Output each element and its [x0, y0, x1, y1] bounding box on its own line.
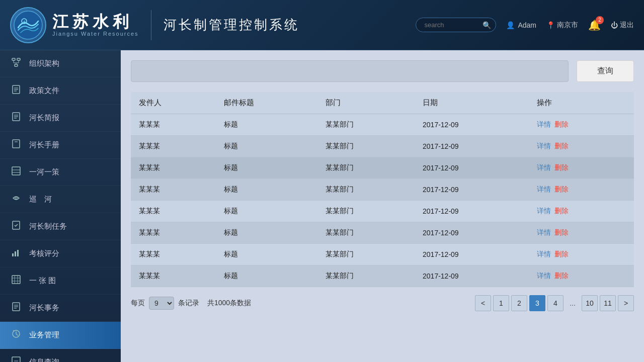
- logo-text: 江苏水利 Jiangsu Water Resources: [52, 13, 139, 37]
- sidebar-item-map[interactable]: 一 张 图: [0, 267, 121, 295]
- sidebar-item-org[interactable]: 组织架构: [0, 50, 121, 77]
- svg-rect-20: [12, 167, 20, 175]
- detail-link[interactable]: 详情: [537, 228, 551, 236]
- cell-title: 标题: [216, 265, 317, 287]
- query-button[interactable]: 查询: [577, 60, 634, 82]
- page-btn-4[interactable]: 4: [547, 295, 564, 311]
- table-row: 某某某标题某某部门2017-12-09详情 删除: [131, 265, 634, 287]
- cell-date: 2017-12-09: [415, 157, 529, 179]
- cell-action: 详情 删除: [529, 157, 634, 179]
- cell-dept: 某某部门: [317, 157, 415, 179]
- sidebar-item-task[interactable]: 河长制任务: [0, 213, 121, 240]
- location-info[interactable]: 📍 南京市: [546, 21, 578, 30]
- svg-rect-18: [13, 140, 20, 148]
- pagination-controls: <1234...1011>: [475, 295, 634, 311]
- logout-button[interactable]: ⏻ 退出: [611, 21, 634, 30]
- cell-sender: 某某某: [131, 114, 216, 136]
- cell-title: 标题: [216, 244, 317, 265]
- sidebar-label-one-river: 一河一策: [29, 167, 59, 177]
- svg-rect-26: [15, 251, 16, 256]
- table-col-日期: 日期: [415, 92, 529, 114]
- cell-action: 详情 删除: [529, 114, 634, 136]
- delete-link[interactable]: 删除: [554, 250, 569, 258]
- detail-link[interactable]: 详情: [537, 142, 551, 150]
- detail-link[interactable]: 详情: [537, 120, 551, 128]
- cell-action: 详情 删除: [529, 222, 634, 244]
- detail-link[interactable]: 详情: [537, 185, 551, 193]
- sidebar-label-policy: 政策文件: [29, 86, 59, 96]
- detail-link[interactable]: 详情: [537, 207, 551, 215]
- page-btn-2[interactable]: 2: [511, 295, 527, 311]
- cell-title: 标题: [216, 222, 317, 244]
- sidebar-item-affairs[interactable]: 河长事务: [0, 295, 121, 322]
- page-btn-1[interactable]: 1: [493, 295, 509, 311]
- content-area: 查询 发件人邮件标题部门日期操作 某某某标题某某部门2017-12-09详情 删…: [121, 50, 644, 362]
- sidebar-label-map: 一 张 图: [29, 276, 56, 286]
- header-divider: [151, 10, 151, 40]
- cell-sender: 某某某: [131, 244, 216, 265]
- table-row: 某某某标题某某部门2017-12-09详情 删除: [131, 157, 634, 179]
- per-page-label: 每页: [131, 299, 145, 308]
- sidebar-label-affairs: 河长事务: [29, 303, 59, 313]
- location-text: 南京市: [557, 21, 578, 30]
- page-btn-3[interactable]: 3: [529, 295, 545, 311]
- sidebar-icon-task: [10, 220, 22, 233]
- sidebar-item-patrol[interactable]: 巡 河: [0, 186, 121, 213]
- user-icon: 👤: [506, 21, 515, 29]
- cell-sender: 某某某: [131, 265, 216, 287]
- delete-link[interactable]: 删除: [554, 163, 569, 171]
- page-btn-10[interactable]: 10: [582, 295, 598, 311]
- sidebar-item-assess[interactable]: 考核评分: [0, 240, 121, 267]
- cell-title: 标题: [216, 114, 317, 136]
- sidebar-item-one-river[interactable]: 一河一策: [0, 159, 121, 186]
- pagination-area: 每页 92050 条记录 共1000条数据 <1234...1011>: [131, 295, 634, 311]
- page-ellipsis: ...: [566, 299, 580, 307]
- cell-action: 详情 删除: [529, 265, 634, 287]
- sidebar-item-brief[interactable]: 河长简报: [0, 105, 121, 132]
- search-icon[interactable]: 🔍: [482, 21, 491, 29]
- delete-link[interactable]: 删除: [554, 120, 569, 128]
- user-name: Adam: [518, 21, 536, 29]
- table-row: 某某某标题某某部门2017-12-09详情 删除: [131, 114, 634, 136]
- header-right: 🔍 👤 Adam 📍 南京市 🔔 2 ⏻ 退出: [416, 18, 634, 32]
- detail-link[interactable]: 详情: [537, 272, 551, 280]
- page-btn-11[interactable]: 11: [600, 295, 616, 311]
- page-next-btn[interactable]: >: [618, 295, 634, 311]
- sidebar-item-policy[interactable]: 政策文件: [0, 77, 121, 105]
- sidebar-item-info[interactable]: 信息查询: [0, 349, 121, 362]
- sidebar-label-brief: 河长简报: [29, 113, 59, 123]
- delete-link[interactable]: 删除: [554, 185, 569, 193]
- content-search-input[interactable]: [131, 60, 569, 82]
- detail-link[interactable]: 详情: [537, 250, 551, 258]
- delete-link[interactable]: 删除: [554, 272, 569, 280]
- sidebar-label-info: 信息查询: [29, 357, 59, 362]
- delete-link[interactable]: 删除: [554, 207, 569, 215]
- cell-dept: 某某部门: [317, 201, 415, 222]
- content-search-row: 查询: [131, 60, 634, 82]
- detail-link[interactable]: 详情: [537, 163, 551, 171]
- sidebar: 组织架构政策文件河长简报河长手册一河一策巡 河河长制任务考核评分一 张 图河长事…: [0, 50, 121, 362]
- cell-date: 2017-12-09: [415, 265, 529, 287]
- cell-dept: 某某部门: [317, 136, 415, 157]
- cell-dept: 某某部门: [317, 114, 415, 136]
- svg-point-23: [15, 197, 17, 199]
- table-col-部门: 部门: [317, 92, 415, 114]
- delete-link[interactable]: 删除: [554, 142, 569, 150]
- sidebar-item-business[interactable]: 业务管理: [0, 322, 121, 349]
- delete-link[interactable]: 删除: [554, 228, 569, 236]
- per-page-select[interactable]: 92050: [149, 297, 174, 310]
- user-info[interactable]: 👤 Adam: [506, 21, 536, 29]
- svg-point-0: [14, 11, 42, 39]
- table-row: 某某某标题某某部门2017-12-09详情 删除: [131, 179, 634, 201]
- data-table: 发件人邮件标题部门日期操作 某某某标题某某部门2017-12-09详情 删除某某…: [131, 92, 634, 287]
- cell-date: 2017-12-09: [415, 201, 529, 222]
- svg-text:水: 水: [23, 20, 26, 24]
- search-box: 🔍: [416, 18, 496, 32]
- notification-button[interactable]: 🔔 2: [588, 19, 601, 31]
- cell-title: 标题: [216, 157, 317, 179]
- cell-date: 2017-12-09: [415, 114, 529, 136]
- sidebar-label-org: 组织架构: [29, 59, 59, 68]
- table-row: 某某某标题某某部门2017-12-09详情 删除: [131, 244, 634, 265]
- sidebar-item-manual[interactable]: 河长手册: [0, 132, 121, 159]
- page-prev-btn[interactable]: <: [475, 295, 491, 311]
